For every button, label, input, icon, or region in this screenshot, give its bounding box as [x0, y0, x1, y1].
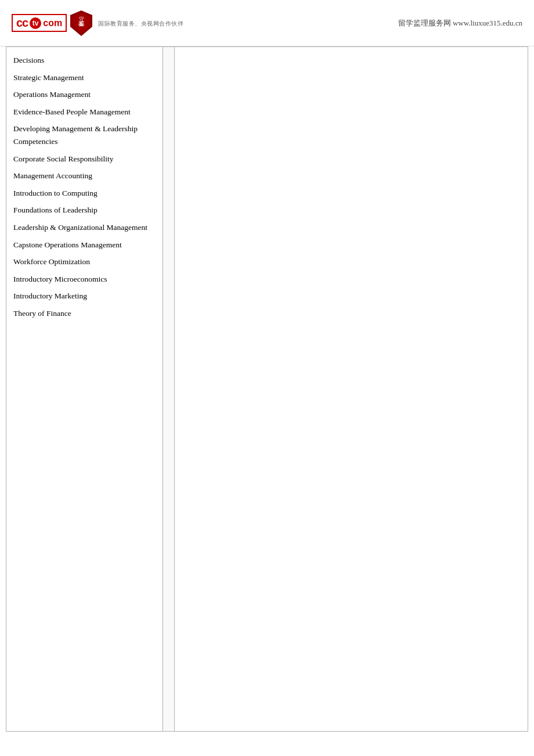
course-item: Corporate Social Responsibility	[6, 150, 163, 168]
course-item: Leadership & Organizational Management	[6, 219, 163, 236]
course-item: Workforce Optimization	[6, 253, 163, 271]
tv-icon: tv	[29, 17, 42, 30]
content-column	[175, 47, 528, 731]
page-header: cc tv com 鉴 守 国际教育服务、央视网合作伙伴 留学监理服务网 www…	[0, 0, 534, 46]
logo-subtitle: 国际教育服务、央视网合作伙伴	[98, 20, 183, 28]
course-item: Introductory Microeconomics	[6, 271, 163, 288]
middle-divider-column	[163, 47, 175, 731]
course-item: Decisions	[6, 52, 163, 69]
service-text: 留学监理服务网 www.liuxue315.edu.cn	[398, 18, 522, 28]
course-item: Strategic Management	[6, 69, 163, 87]
cctv-text: cc	[16, 16, 28, 30]
course-item: Theory of Finance	[6, 305, 163, 322]
main-table: DecisionsStrategic ManagementOperations …	[6, 46, 528, 732]
course-item: Capstone Operations Management	[6, 236, 163, 254]
course-item: Foundations of Leadership	[6, 201, 163, 219]
main-wrapper: DecisionsStrategic ManagementOperations …	[0, 46, 534, 732]
course-item: Introduction to Computing	[6, 185, 163, 202]
course-list-column: DecisionsStrategic ManagementOperations …	[6, 47, 163, 731]
course-item: Developing Management & Leadership Compe…	[6, 120, 163, 150]
svg-text:tv: tv	[33, 19, 39, 27]
course-item: Evidence-Based People Management	[6, 103, 163, 121]
course-item: Management Accounting	[6, 167, 163, 185]
cctv-logo: cc tv com	[12, 14, 67, 32]
shield-icon: 鉴 守	[69, 9, 93, 37]
svg-text:守: 守	[79, 16, 84, 22]
logo-wrapper: cc tv com 鉴 守	[12, 9, 93, 37]
course-item: Operations Management	[6, 86, 163, 103]
course-item: Introductory Marketing	[6, 287, 163, 305]
com-text: com	[43, 18, 62, 28]
logo-area: cc tv com 鉴 守 国际教育服务、央视网合作伙伴	[12, 9, 183, 37]
